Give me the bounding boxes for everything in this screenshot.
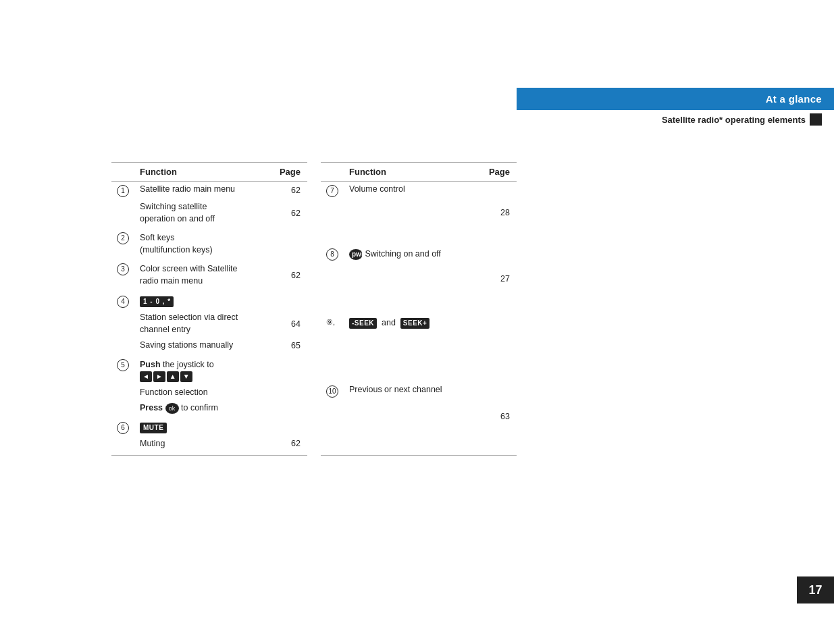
row-page — [483, 311, 517, 381]
row-num: 8 — [321, 243, 344, 311]
at-a-glance-bar: At a glance — [517, 88, 834, 110]
right-function-header: Function — [344, 163, 483, 182]
row-function: pwr Switching on and off — [344, 243, 483, 311]
subtitle-text: Satellite radio* operating elements — [662, 115, 806, 125]
main-content: Function Page 1 Satellite radio main men… — [111, 162, 517, 456]
right-num-header — [321, 163, 344, 182]
row-num — [111, 436, 134, 456]
left-num-header — [111, 163, 134, 182]
row-num: ⑨, — [321, 311, 344, 381]
table-row: 10 Previous or next channel 63 — [321, 382, 517, 456]
page-number: 17 — [808, 583, 822, 597]
row-function: Color screen with Satelliteradio main me… — [134, 258, 273, 289]
arrow-down-icon: ▼ — [180, 371, 192, 382]
row-function: Muting — [134, 436, 273, 456]
row-page: 63 — [483, 382, 517, 456]
row-function: 1 - 0 , * — [134, 289, 273, 310]
key-star-icon: * — [167, 297, 170, 306]
row-function: Push the joystick to ◄ ► ▲ ▼ — [134, 354, 273, 385]
right-function-table: Function Page 7 Volume control 28 8 pwr … — [321, 162, 517, 456]
arrow-left-icon: ◄ — [140, 371, 152, 382]
left-function-header: Function — [134, 163, 273, 182]
page-number-box: 17 — [797, 576, 834, 603]
row-function: Previous or next channel — [344, 382, 483, 456]
mute-badge-icon: MUTE — [140, 423, 167, 433]
subtitle-bar: Satellite radio* operating elements — [517, 110, 834, 129]
row-num — [111, 310, 134, 338]
row-page: 64 — [273, 310, 307, 338]
row-function: Station selection via directchannel entr… — [134, 310, 273, 338]
joystick-arrows: ◄ ► ▲ ▼ — [140, 371, 192, 382]
row-num — [111, 385, 134, 401]
row-function: Soft keys(multifunction keys) — [134, 227, 273, 258]
table-row: 3 Color screen with Satelliteradio main … — [111, 258, 307, 289]
row-num-9: ⑨, — [326, 318, 335, 326]
row-function: Switching satelliteoperation on and off — [134, 199, 273, 227]
pwr-badge-icon: pwr — [349, 249, 363, 260]
subtitle-square-icon — [810, 113, 822, 126]
right-page-header: Page — [483, 163, 517, 182]
arrow-up-icon: ▲ — [167, 371, 179, 382]
table-row: 6 MUTE — [111, 417, 307, 436]
row-num: 6 — [111, 417, 134, 436]
row-num: 10 — [321, 382, 344, 456]
row-page: 62 — [273, 199, 307, 227]
row-function: Volume control — [344, 182, 483, 244]
row-function: Satellite radio main menu — [134, 182, 273, 200]
left-function-table: Function Page 1 Satellite radio main men… — [111, 162, 307, 456]
table-row: 2 Soft keys(multifunction keys) — [111, 227, 307, 258]
row-num — [111, 400, 134, 417]
row-num — [111, 199, 134, 227]
press-label: Press — [140, 403, 163, 412]
row-page: 65 — [273, 338, 307, 354]
row-page: 62 — [273, 258, 307, 289]
table-row: 1 Satellite radio main menu 62 — [111, 182, 307, 200]
row-function: Press ok to confirm — [134, 400, 273, 417]
row-num: 7 — [321, 182, 344, 244]
row-num: 5 — [111, 354, 134, 385]
row-function: -SEEK and SEEK+ — [344, 311, 483, 381]
row-num: 3 — [111, 258, 134, 289]
keys-badge: 1 - 0 , * — [140, 296, 174, 307]
key-1-icon: 1 — [143, 297, 147, 306]
table-row: Function selection — [111, 385, 307, 401]
row-page — [273, 227, 307, 258]
table-row: 5 Push the joystick to ◄ ► ▲ ▼ — [111, 354, 307, 385]
header-container: At a glance Satellite radio* operating e… — [517, 88, 834, 129]
table-row: Muting 62 — [111, 436, 307, 456]
table-row: ⑨, -SEEK and SEEK+ — [321, 311, 517, 381]
arrow-right-icon: ► — [153, 371, 165, 382]
table-row: 7 Volume control 28 — [321, 182, 517, 244]
row-page — [273, 400, 307, 417]
row-page: 28 — [483, 182, 517, 244]
row-page: 62 — [273, 182, 307, 200]
left-page-header: Page — [273, 163, 307, 182]
key-0-icon: 0 — [155, 297, 159, 306]
row-function: Function selection — [134, 385, 273, 401]
row-function: MUTE — [134, 417, 273, 436]
ok-badge-icon: ok — [165, 403, 179, 414]
table-row: Station selection via directchannel entr… — [111, 310, 307, 338]
row-page: 62 — [273, 436, 307, 456]
row-num: 4 — [111, 289, 134, 310]
at-a-glance-title: At a glance — [766, 93, 822, 105]
table-row: Switching satelliteoperation on and off … — [111, 199, 307, 227]
row-num: 1 — [111, 182, 134, 200]
table-row: Saving stations manually 65 — [111, 338, 307, 354]
row-page — [273, 417, 307, 436]
table-row: Press ok to confirm — [111, 400, 307, 417]
row-page — [273, 354, 307, 385]
row-page — [273, 385, 307, 401]
seek-back-badge-icon: -SEEK — [349, 318, 377, 329]
push-label: Push — [140, 360, 161, 369]
table-row: 4 1 - 0 , * — [111, 289, 307, 310]
row-num — [111, 338, 134, 354]
row-function: Saving stations manually — [134, 338, 273, 354]
table-row: 8 pwr Switching on and off 27 — [321, 243, 517, 311]
row-page: 27 — [483, 243, 517, 311]
row-num: 2 — [111, 227, 134, 258]
seek-forward-badge-icon: SEEK+ — [400, 318, 430, 329]
row-page — [273, 289, 307, 310]
